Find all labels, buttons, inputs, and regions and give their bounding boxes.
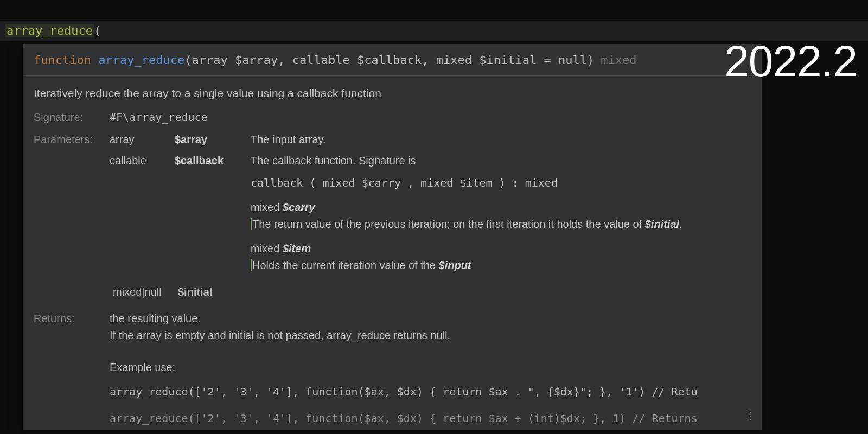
sub-param: mixed $item Holds the current iteration … <box>251 240 751 274</box>
param-table: array $array The input array. callable $… <box>110 131 751 274</box>
return-type: mixed <box>601 53 636 67</box>
param-row: callable $callback The callback function… <box>110 152 751 274</box>
sub-param-type: mixed <box>251 242 279 254</box>
callback-signature: callback ( mixed $carry , mixed $item ) … <box>251 175 751 192</box>
sub-param-var: $initial <box>645 218 679 230</box>
title-bar <box>0 0 868 21</box>
sub-param-var: $input <box>439 259 471 271</box>
param-initial-row: mixed|null $initial <box>110 284 751 301</box>
sub-param-desc: Holds the current iteration value of the <box>252 259 439 271</box>
signature-label: Signature: <box>34 109 110 126</box>
sub-param-name: $carry <box>283 201 315 213</box>
sub-param-type: mixed <box>251 201 279 213</box>
documentation-popup[interactable]: function array_reduce(array $array, call… <box>23 44 762 430</box>
keyword-function: function <box>34 53 91 67</box>
param-row: array $array The input array. <box>110 131 751 148</box>
returns-text: the resulting value. If the array is emp… <box>110 310 751 344</box>
text-caret-icon <box>251 218 252 230</box>
sub-param: mixed $carry The return value of the pre… <box>251 199 751 233</box>
function-name: array_reduce <box>98 53 184 67</box>
param-desc: The callback function. Signature is call… <box>251 152 751 274</box>
signature-params: (array $array, callable $callback, mixed… <box>184 53 594 67</box>
example-code: array_reduce(['2', '3', '4'], function($… <box>110 384 751 400</box>
doc-signature-header: function array_reduce(array $array, call… <box>23 44 762 76</box>
text-caret-icon <box>251 259 252 271</box>
signature-value: #F\array_reduce <box>110 109 751 126</box>
param-name: $callback <box>175 152 240 169</box>
doc-body: Iteratively reduce the array to a single… <box>23 76 762 430</box>
param-type: callable <box>110 152 164 169</box>
param-name: $initial <box>178 284 212 301</box>
example-code: array_reduce(['2', '3', '4'], function($… <box>110 410 751 427</box>
returns-label: Returns: <box>34 310 110 344</box>
sub-param-name: $item <box>283 242 311 254</box>
doc-summary: Iteratively reduce the array to a single… <box>34 85 751 103</box>
editor-paren: ( <box>94 24 101 37</box>
param-type: array <box>110 131 164 148</box>
more-vertical-icon[interactable]: ⋮ <box>745 409 756 422</box>
example-label: Example use: <box>110 359 751 376</box>
sub-param-desc: The return value of the previous iterati… <box>252 218 645 230</box>
param-desc: The input array. <box>251 131 751 148</box>
param-type: mixed|null <box>113 284 171 301</box>
param-name: $array <box>175 131 240 148</box>
parameters-label: Parameters: <box>34 131 110 148</box>
version-overlay: 2022.2 <box>724 39 857 84</box>
editor-function-token: array_reduce <box>5 24 94 37</box>
example-block: Example use: array_reduce(['2', '3', '4'… <box>110 359 751 427</box>
